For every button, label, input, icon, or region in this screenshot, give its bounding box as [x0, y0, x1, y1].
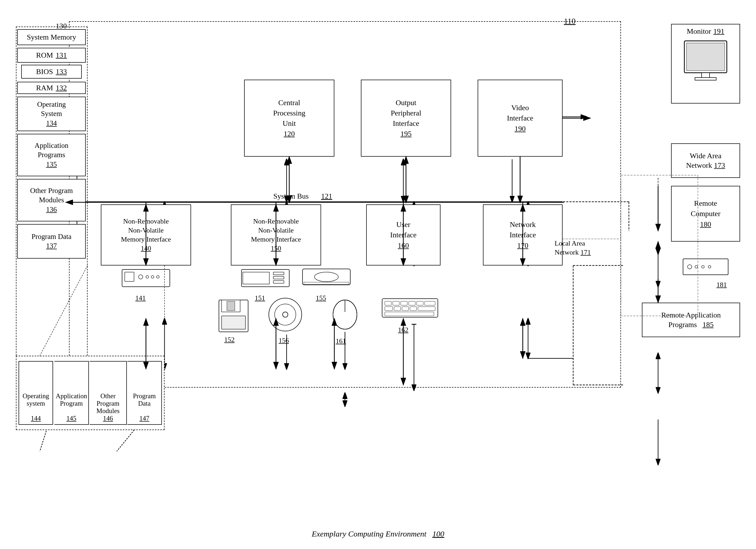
- svg-rect-57: [304, 282, 349, 284]
- svg-rect-77: [402, 307, 409, 311]
- lower-os-box: Operating system 144: [19, 361, 53, 425]
- keyboard162-box: [379, 292, 440, 324]
- remote-drive-label: 181: [716, 281, 727, 289]
- app-programs-box: Application Programs 135: [17, 134, 86, 176]
- remote-app-box: Remote Application Programs 185: [642, 303, 740, 337]
- drive141-box: [119, 265, 172, 292]
- floppy152-box: [215, 297, 252, 335]
- ram-label: RAM 132: [17, 82, 86, 94]
- system-memory-header: System Memory: [17, 29, 86, 45]
- lower-app-box: Application Program 145: [54, 361, 89, 425]
- floppy152-label: 152: [224, 336, 235, 344]
- svg-rect-51: [273, 272, 284, 275]
- svg-rect-78: [410, 307, 417, 311]
- lower-modules-box: Other Program Modules 146: [90, 361, 127, 425]
- nonremovable150-box: Non-Removable Non-Volatile Memory Interf…: [231, 204, 321, 265]
- svg-rect-71: [401, 301, 407, 305]
- network-interface-box: Network Interface 170: [483, 204, 563, 265]
- rom-box: ROM 131: [17, 48, 86, 63]
- user-interface-box: User Interface 160: [366, 204, 440, 265]
- svg-point-56: [314, 272, 338, 282]
- svg-rect-53: [273, 281, 284, 283]
- svg-rect-52: [273, 277, 284, 279]
- remote-drive-box: [679, 255, 732, 279]
- program-data-box: Program Data 137: [17, 224, 86, 258]
- drive155-box: [300, 265, 353, 292]
- main-box-label: 110: [564, 16, 576, 25]
- cd156-label: 156: [279, 337, 289, 345]
- svg-rect-69: [385, 301, 391, 305]
- svg-rect-76: [394, 307, 401, 311]
- svg-rect-38: [695, 77, 716, 80]
- svg-rect-54: [243, 272, 269, 284]
- drive151-label: 151: [255, 294, 265, 302]
- nonremovable140-box: Non-Removable Non-Volatile Memory Interf…: [101, 204, 191, 265]
- svg-rect-72: [409, 301, 415, 305]
- mouse161-label: 161: [336, 337, 346, 345]
- svg-rect-39: [683, 259, 728, 275]
- wan-box: Wide Area Network 173: [671, 143, 740, 178]
- lan-label: Local Area Network 171: [555, 239, 591, 257]
- svg-rect-73: [417, 301, 423, 305]
- svg-rect-61: [222, 316, 245, 329]
- cd156-box: [265, 295, 305, 335]
- monitor-box: Monitor 191: [671, 24, 740, 103]
- output-peripheral-box: Output Peripheral Interface 195: [361, 80, 451, 157]
- svg-rect-36: [686, 43, 725, 71]
- cpu-box: Central Processing Unit 120: [244, 80, 334, 157]
- drive151-box: [239, 265, 292, 292]
- drive141-label: 141: [135, 294, 146, 302]
- mouse161-box: [326, 292, 364, 332]
- caption: Exemplary Computing Environment 100: [312, 529, 444, 538]
- keyboard162-label: 162: [398, 326, 408, 334]
- remote-computer-box: Remote Computer 180: [671, 186, 740, 241]
- svg-rect-79: [418, 307, 435, 311]
- svg-rect-45: [125, 272, 134, 282]
- svg-point-64: [283, 312, 288, 317]
- video-interface-box: Video Interface 190: [478, 80, 563, 157]
- lower-data-box: Program Data 147: [127, 361, 162, 425]
- svg-rect-80: [385, 312, 434, 316]
- svg-rect-74: [425, 301, 435, 305]
- svg-rect-75: [385, 307, 393, 311]
- svg-rect-70: [393, 301, 399, 305]
- bios-box: BIOS 133: [21, 65, 82, 79]
- svg-rect-60: [227, 301, 235, 311]
- drive155-label: 155: [316, 294, 326, 302]
- other-modules-box: Other Program Modules 136: [17, 179, 86, 221]
- os-box: Operating System 134: [17, 97, 86, 131]
